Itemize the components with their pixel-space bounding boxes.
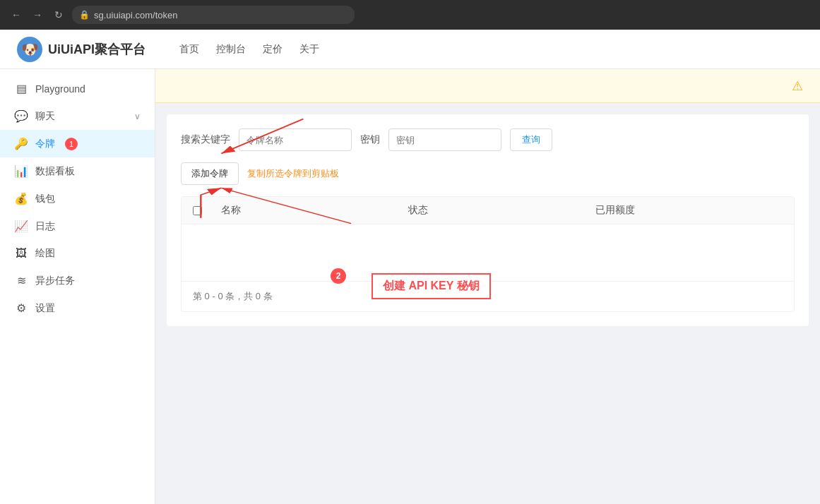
key-icon: 🔑 <box>14 137 28 150</box>
sidebar-item-playground[interactable]: ▤ Playground <box>0 75 155 102</box>
sidebar-item-dashboard[interactable]: 📊 数据看板 <box>0 157 155 185</box>
annotation-badge-2: 2 <box>331 268 346 284</box>
key-label: 密钥 <box>360 133 380 146</box>
annotation-red-box: 创建 API KEY 秘钥 <box>372 273 491 299</box>
sidebar-item-async[interactable]: ≋ 异步任务 <box>0 267 155 294</box>
table-empty <box>182 224 794 281</box>
app-header: 🐶 UiUiAPI聚合平台 首页 控制台 定价 关于 <box>0 30 820 69</box>
log-icon: 📈 <box>14 220 28 233</box>
search-name-input[interactable] <box>239 128 352 151</box>
nav-console[interactable]: 控制台 <box>216 43 246 56</box>
token-badge: 1 <box>65 138 78 150</box>
select-all-checkbox[interactable] <box>193 206 202 215</box>
forward-button[interactable]: → <box>30 7 45 23</box>
header-checkbox-cell <box>193 204 221 217</box>
search-label: 搜索关键字 <box>181 133 230 146</box>
content-card: 搜索关键字 密钥 查询 添加令牌 复制所选令牌到剪贴板 <box>167 114 809 326</box>
sidebar-item-settings[interactable]: ⚙ 设置 <box>0 294 155 322</box>
async-icon: ≋ <box>14 274 28 287</box>
url-text: sg.uiuiapi.com/token <box>94 10 178 20</box>
sidebar-item-log[interactable]: 📈 日志 <box>0 212 155 240</box>
sidebar-label-image: 绘图 <box>35 247 55 260</box>
nav-pricing[interactable]: 定价 <box>263 43 283 56</box>
sidebar-item-wallet[interactable]: 💰 钱包 <box>0 185 155 212</box>
back-button[interactable]: ← <box>8 7 24 23</box>
sidebar-label-dashboard: 数据看板 <box>35 165 75 178</box>
sidebar: ▤ Playground 💬 聊天 ∨ 🔑 令牌 1 📊 数据看板 💰 <box>0 69 155 504</box>
add-token-button[interactable]: 添加令牌 <box>181 162 239 185</box>
sidebar-item-chat[interactable]: 💬 聊天 ∨ <box>0 102 155 130</box>
sidebar-label-playground: Playground <box>35 83 85 95</box>
main-layout: ▤ Playground 💬 聊天 ∨ 🔑 令牌 1 📊 数据看板 💰 <box>0 69 820 504</box>
nav-home[interactable]: 首页 <box>179 43 199 56</box>
page-wrapper: ← → ↻ 🔒 sg.uiuiapi.com/token 🐶 UiUiAPI聚合… <box>0 0 820 504</box>
action-bar: 添加令牌 复制所选令牌到剪贴板 <box>181 162 795 185</box>
browser-chrome: ← → ↻ 🔒 sg.uiuiapi.com/token <box>0 0 820 30</box>
sidebar-item-token[interactable]: 🔑 令牌 1 <box>0 130 155 157</box>
query-button[interactable]: 查询 <box>510 128 552 151</box>
sidebar-item-image[interactable]: 🖼 绘图 <box>0 240 155 267</box>
search-bar: 搜索关键字 密钥 查询 <box>181 128 795 151</box>
sidebar-label-token: 令牌 <box>35 138 55 150</box>
sidebar-label-wallet: 钱包 <box>35 193 55 205</box>
dashboard-icon: 📊 <box>14 164 28 178</box>
chat-icon: 💬 <box>14 109 28 123</box>
table-header: 名称 状态 已用额度 <box>182 197 794 224</box>
app-title: UiUiAPI聚合平台 <box>48 41 145 58</box>
chevron-down-icon: ∨ <box>134 112 141 121</box>
content-area: ⚠ 搜索关键字 密钥 查询 添加令牌 复制所选令牌到剪贴板 <box>155 69 820 504</box>
app-logo: 🐶 UiUiAPI聚合平台 <box>17 37 145 62</box>
reload-button[interactable]: ↻ <box>51 7 66 23</box>
sidebar-label-async: 异步任务 <box>35 275 75 287</box>
warning-icon: ⚠ <box>792 78 803 94</box>
settings-icon: ⚙ <box>14 301 28 315</box>
nav-about[interactable]: 关于 <box>299 43 319 56</box>
sidebar-label-settings: 设置 <box>35 302 55 315</box>
app-nav: 首页 控制台 定价 关于 <box>179 43 319 56</box>
image-icon: 🖼 <box>14 247 28 260</box>
col-status-header: 状态 <box>408 204 595 217</box>
sidebar-label-chat: 聊天 <box>35 110 55 123</box>
warning-banner: ⚠ <box>155 69 820 103</box>
sidebar-label-log: 日志 <box>35 220 55 233</box>
col-usage-header: 已用额度 <box>595 204 783 217</box>
address-bar[interactable]: 🔒 sg.uiuiapi.com/token <box>72 6 355 24</box>
search-key-input[interactable] <box>388 128 501 151</box>
wallet-icon: 💰 <box>14 192 28 205</box>
col-name-header: 名称 <box>221 204 408 217</box>
logo-emoji: 🐶 <box>21 41 39 58</box>
copy-tokens-button[interactable]: 复制所选令牌到剪贴板 <box>247 162 339 185</box>
playground-icon: ▤ <box>14 82 28 95</box>
logo-icon: 🐶 <box>17 37 42 62</box>
